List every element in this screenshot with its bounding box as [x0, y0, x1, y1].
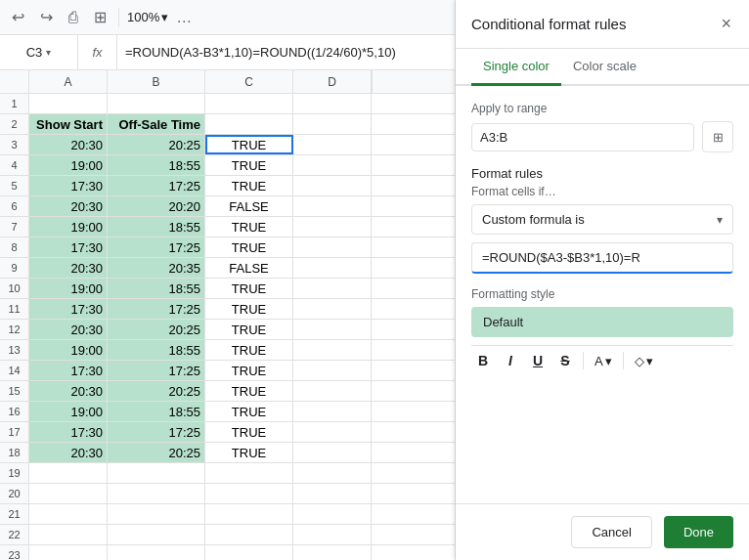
- list-item[interactable]: 20:30: [29, 381, 108, 401]
- list-item[interactable]: TRUE: [205, 299, 293, 319]
- formula-field[interactable]: =ROUND($A3-$B3*1,10)=R: [471, 242, 733, 274]
- list-item[interactable]: FALSE: [205, 258, 293, 278]
- list-item[interactable]: 20:20: [108, 196, 205, 216]
- list-item[interactable]: [293, 176, 372, 195]
- list-item[interactable]: TRUE: [205, 402, 293, 421]
- list-item[interactable]: [293, 279, 372, 298]
- list-item[interactable]: 20:35: [108, 258, 205, 278]
- list-item[interactable]: [293, 196, 372, 216]
- list-item[interactable]: [108, 484, 205, 503]
- list-item[interactable]: 17:25: [108, 176, 205, 195]
- list-item[interactable]: [29, 463, 108, 483]
- list-item[interactable]: TRUE: [205, 340, 293, 360]
- bold-button[interactable]: B: [471, 350, 495, 371]
- list-item[interactable]: [293, 217, 372, 237]
- list-item[interactable]: 17:25: [108, 422, 205, 442]
- list-item[interactable]: 17:30: [29, 176, 108, 195]
- list-item[interactable]: 17:25: [108, 299, 205, 319]
- list-item[interactable]: [293, 484, 372, 503]
- tab-color-scale[interactable]: Color scale: [561, 49, 648, 86]
- range-input[interactable]: [471, 123, 694, 151]
- list-item[interactable]: [205, 504, 293, 524]
- list-item[interactable]: [108, 525, 205, 544]
- list-item[interactable]: [108, 545, 205, 560]
- list-item[interactable]: [293, 114, 372, 134]
- list-item[interactable]: 20:25: [108, 381, 205, 401]
- list-item[interactable]: 20:30: [29, 135, 108, 154]
- list-item[interactable]: 20:30: [29, 258, 108, 278]
- col-header-c[interactable]: C: [205, 70, 293, 93]
- formula-input[interactable]: [117, 45, 455, 60]
- list-item[interactable]: [293, 258, 372, 278]
- list-item[interactable]: 18:55: [108, 279, 205, 298]
- list-item[interactable]: [293, 299, 372, 319]
- underline-button[interactable]: U: [526, 350, 550, 371]
- list-item[interactable]: 19:00: [29, 340, 108, 360]
- list-item[interactable]: TRUE: [205, 237, 293, 257]
- fill-color-button[interactable]: ◇ ▾: [630, 351, 658, 371]
- list-item[interactable]: 18:55: [108, 217, 205, 237]
- list-item[interactable]: [205, 545, 293, 560]
- list-item[interactable]: Off-Sale Time: [108, 114, 205, 134]
- list-item[interactable]: [293, 320, 372, 339]
- list-item[interactable]: [293, 422, 372, 442]
- list-item[interactable]: [29, 484, 108, 503]
- list-item[interactable]: TRUE: [205, 422, 293, 442]
- list-item[interactable]: [293, 237, 372, 257]
- list-item[interactable]: Show Start: [29, 114, 108, 134]
- list-item[interactable]: [29, 94, 108, 113]
- list-item[interactable]: [29, 545, 108, 560]
- col-header-b[interactable]: B: [108, 70, 205, 93]
- list-item[interactable]: TRUE: [205, 381, 293, 401]
- col-header-d[interactable]: D: [293, 70, 372, 93]
- list-item[interactable]: [205, 463, 293, 483]
- list-item[interactable]: 19:00: [29, 217, 108, 237]
- list-item[interactable]: 17:30: [29, 361, 108, 380]
- formula-type-dropdown[interactable]: Custom formula is ▾: [471, 204, 733, 235]
- list-item[interactable]: [293, 94, 372, 113]
- list-item[interactable]: TRUE: [205, 155, 293, 175]
- list-item[interactable]: 20:25: [108, 443, 205, 462]
- list-item[interactable]: 19:00: [29, 279, 108, 298]
- list-item[interactable]: 18:55: [108, 402, 205, 421]
- list-item[interactable]: [205, 484, 293, 503]
- list-item[interactable]: TRUE: [205, 443, 293, 462]
- list-item[interactable]: [293, 463, 372, 483]
- list-item[interactable]: 17:30: [29, 422, 108, 442]
- zoom-button[interactable]: 100% ▾: [127, 10, 168, 24]
- format-button[interactable]: ⊞: [90, 6, 110, 28]
- print-button[interactable]: ⎙: [65, 7, 82, 28]
- tab-single-color[interactable]: Single color: [471, 49, 561, 86]
- list-item[interactable]: [293, 504, 372, 524]
- list-item[interactable]: [205, 114, 293, 134]
- list-item[interactable]: [293, 443, 372, 462]
- list-item[interactable]: [205, 525, 293, 544]
- undo-button[interactable]: ↩: [8, 6, 28, 28]
- list-item[interactable]: [29, 504, 108, 524]
- list-item[interactable]: TRUE: [205, 279, 293, 298]
- list-item[interactable]: 20:30: [29, 320, 108, 339]
- list-item[interactable]: TRUE: [205, 361, 293, 380]
- list-item[interactable]: 19:00: [29, 155, 108, 175]
- list-item[interactable]: [205, 94, 293, 113]
- list-item[interactable]: 20:30: [29, 196, 108, 216]
- italic-button[interactable]: I: [499, 350, 522, 371]
- list-item[interactable]: [293, 361, 372, 380]
- done-button[interactable]: Done: [664, 516, 733, 548]
- list-item[interactable]: TRUE: [205, 217, 293, 237]
- list-item[interactable]: [293, 545, 372, 560]
- cell-reference[interactable]: C3 ▾: [0, 35, 78, 69]
- list-item[interactable]: [293, 381, 372, 401]
- more-button[interactable]: …: [176, 9, 192, 26]
- redo-button[interactable]: ↪: [36, 6, 57, 28]
- list-item[interactable]: 17:30: [29, 299, 108, 319]
- strikethrough-button[interactable]: S: [553, 350, 577, 371]
- list-item[interactable]: [293, 340, 372, 360]
- list-item[interactable]: [108, 94, 205, 113]
- list-item[interactable]: [293, 155, 372, 175]
- list-item[interactable]: 18:55: [108, 155, 205, 175]
- list-item[interactable]: 17:25: [108, 237, 205, 257]
- list-item[interactable]: [108, 463, 205, 483]
- list-item[interactable]: 20:25: [108, 135, 205, 154]
- cancel-button[interactable]: Cancel: [571, 516, 651, 548]
